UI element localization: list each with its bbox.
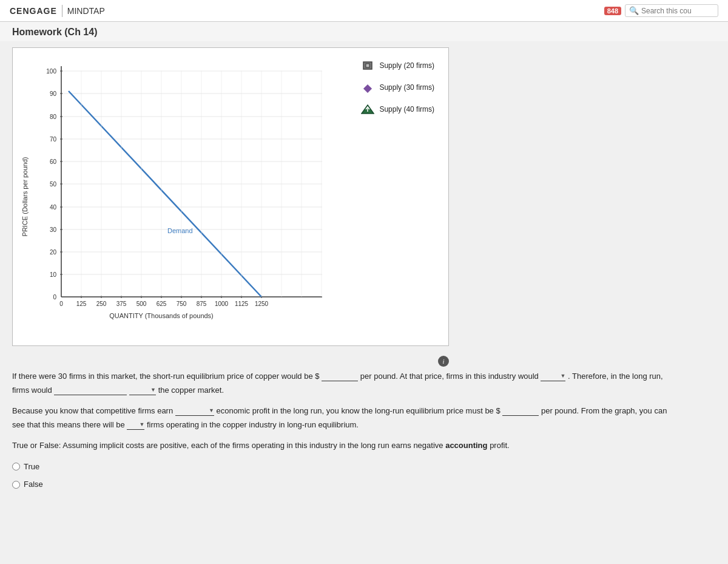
svg-text:30: 30 — [50, 226, 57, 233]
svg-text:125: 125 — [76, 301, 87, 307]
top-bar: CENGAGE MINDTAP 848 🔍 — [0, 0, 728, 22]
svg-text:80: 80 — [50, 114, 57, 120]
radio-true[interactable] — [12, 463, 20, 471]
q1-dropdown1[interactable]: earn lose — [541, 372, 565, 381]
svg-text:50: 50 — [50, 181, 57, 188]
svg-text:0: 0 — [59, 301, 63, 307]
q2-dropdown1-wrapper: zero positive negative — [175, 404, 214, 418]
chart-legend-wrapper: PRICE (Dollars per pound) 100 90 80 — [12, 47, 449, 346]
search-icon: 🔍 — [629, 6, 639, 15]
chart-svg: PRICE (Dollars per pound) 100 90 80 — [19, 54, 334, 339]
radio-true-text: True — [24, 460, 39, 474]
legend-label-supply40: Supply (40 firms) — [379, 105, 434, 114]
svg-text:10: 10 — [50, 271, 57, 278]
q1-dropdown2[interactable]: enter exit — [129, 386, 156, 395]
svg-text:Demand: Demand — [167, 227, 193, 234]
q1-prefix: If there were 30 firms in this market, t… — [12, 372, 320, 381]
svg-rect-74 — [363, 84, 372, 93]
q2-middle: economic profit in the long run, you kno… — [216, 406, 493, 415]
legend-supply30: Supply (30 firms) — [361, 82, 439, 93]
top-bar-left: CENGAGE MINDTAP — [10, 5, 105, 17]
q1-price-input[interactable] — [322, 372, 358, 381]
q1-line: If there were 30 firms in this market, t… — [12, 369, 679, 398]
search-input[interactable] — [641, 7, 714, 15]
svg-text:0: 0 — [53, 294, 56, 301]
top-bar-right: 848 🔍 — [604, 4, 718, 17]
legend-supply40: Supply (40 firms) — [361, 104, 439, 115]
cengage-logo: CENGAGE — [10, 6, 57, 16]
questions-section: If there were 30 firms in this market, t… — [12, 369, 679, 492]
radio-false-label[interactable]: False — [12, 477, 679, 491]
legend-area: Supply (20 firms) Supply (30 firms) Supp — [351, 48, 448, 345]
svg-text:1125: 1125 — [235, 301, 249, 307]
q1-dropdown1-wrapper: earn lose — [541, 369, 565, 383]
svg-text:60: 60 — [50, 158, 57, 165]
radio-false[interactable] — [12, 481, 20, 489]
search-box[interactable]: 🔍 — [625, 4, 718, 17]
legend-label-supply30: Supply (30 firms) — [379, 83, 434, 92]
q2-line: Because you know that competitive firms … — [12, 404, 679, 432]
q2-dollar: $ — [496, 406, 500, 415]
q2-dropdown2[interactable]: 20 30 40 — [127, 420, 144, 430]
q1-longrun-input[interactable] — [54, 386, 127, 395]
svg-text:875: 875 — [197, 301, 207, 307]
logo-divider — [62, 5, 62, 17]
q1-end: the copper market. — [158, 386, 224, 395]
q2-dropdown1[interactable]: zero positive negative — [175, 406, 214, 416]
q3-line: True or False: Assuming implicit costs a… — [12, 438, 679, 452]
legend-supply20: Supply (20 firms) — [361, 60, 439, 71]
q3-end: profit. — [490, 441, 510, 450]
q3-text: True or False: Assuming implicit costs a… — [12, 441, 443, 450]
notification-badge: 848 — [604, 7, 621, 15]
mindtap-label: MINDTAP — [67, 6, 105, 16]
q2-price-input[interactable] — [502, 406, 539, 416]
q2-dropdown2-wrapper: 20 30 40 — [127, 418, 144, 432]
radio-group: True False — [12, 460, 679, 492]
legend-icon-supply20 — [361, 60, 374, 71]
svg-line-56 — [69, 91, 261, 297]
svg-text:40: 40 — [50, 204, 57, 211]
svg-text:750: 750 — [177, 301, 187, 307]
main-content: PRICE (Dollars per pound) 100 90 80 — [0, 41, 728, 564]
chart-area: PRICE (Dollars per pound) 100 90 80 — [13, 48, 351, 345]
q2-end: firms operating in the copper industry i… — [147, 420, 359, 429]
legend-label-supply20: Supply (20 firms) — [379, 61, 434, 70]
q2-prefix: Because you know that competitive firms … — [12, 406, 173, 415]
svg-text:100: 100 — [46, 68, 56, 75]
svg-text:QUANTITY (Thousands of pounds): QUANTITY (Thousands of pounds) — [109, 312, 214, 319]
svg-text:375: 375 — [116, 301, 127, 307]
radio-false-text: False — [24, 477, 43, 491]
svg-rect-72 — [366, 64, 369, 67]
svg-text:1250: 1250 — [255, 301, 269, 307]
svg-text:PRICE (Dollars per pound): PRICE (Dollars per pound) — [21, 157, 29, 237]
svg-text:90: 90 — [50, 90, 57, 97]
svg-text:625: 625 — [157, 301, 167, 307]
svg-text:1000: 1000 — [215, 301, 229, 307]
q1-suffix: per pound. At that price, firms in this … — [360, 372, 539, 381]
svg-text:20: 20 — [50, 249, 57, 256]
page-title: Homework (Ch 14) — [0, 22, 728, 41]
svg-text:500: 500 — [136, 301, 147, 307]
legend-icon-supply30 — [361, 82, 374, 93]
svg-text:250: 250 — [96, 301, 107, 307]
svg-text:70: 70 — [50, 136, 57, 143]
legend-icon-supply40 — [361, 104, 374, 115]
radio-true-label[interactable]: True — [12, 460, 679, 474]
q1-dropdown2-wrapper: enter exit — [129, 383, 156, 397]
q3-bold: accounting — [445, 441, 487, 450]
info-icon[interactable]: i — [438, 356, 449, 367]
